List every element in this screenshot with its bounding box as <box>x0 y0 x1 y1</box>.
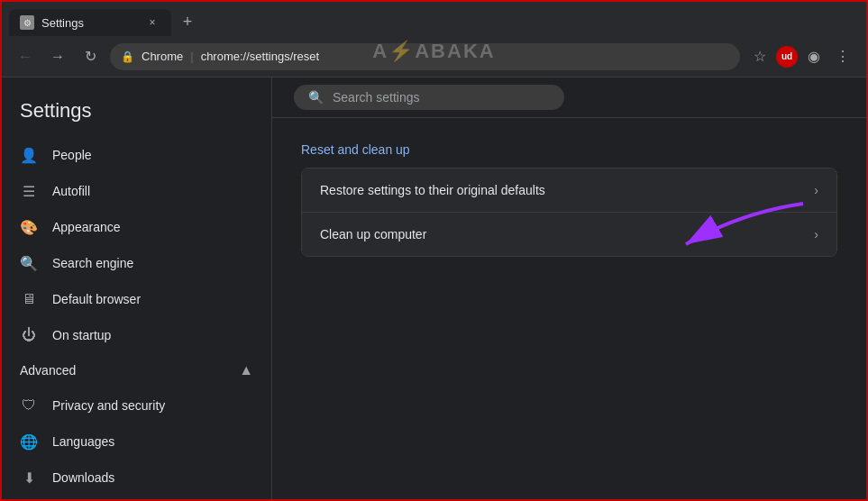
forward-button[interactable]: → <box>45 44 70 69</box>
bookmark-button[interactable]: ☆ <box>747 44 772 69</box>
sidebar-item-appearance[interactable]: 🎨 Appearance <box>2 209 264 245</box>
on-startup-label: On startup <box>52 328 111 342</box>
default-browser-label: Default browser <box>52 292 141 306</box>
sidebar-item-search-engine[interactable]: 🔍 Search engine <box>2 245 264 281</box>
downloads-icon: ⬇ <box>20 469 38 487</box>
settings-tab[interactable]: ⚙ Settings × <box>9 9 171 36</box>
address-separator: | <box>190 50 193 63</box>
downloads-label: Downloads <box>52 470 114 485</box>
address-bar[interactable]: 🔒 Chrome | chrome://settings/reset <box>110 43 740 70</box>
sidebar-item-people[interactable]: 👤 People <box>2 137 264 173</box>
search-input[interactable] <box>333 90 549 105</box>
restore-chevron-icon: › <box>814 183 818 197</box>
cleanup-computer-label: Clean up computer <box>320 227 426 241</box>
sidebar-item-autofill[interactable]: ☰ Autofill <box>2 173 264 209</box>
languages-label: Languages <box>52 434 114 449</box>
sidebar: Settings 👤 People ☰ Autofill 🎨 Appearanc… <box>2 77 272 499</box>
tab-icon: ⚙ <box>20 15 34 30</box>
advanced-section-header[interactable]: Advanced ▲ <box>2 353 271 387</box>
sidebar-item-privacy[interactable]: 🛡 Privacy and security <box>2 387 264 424</box>
people-label: People <box>52 148 92 162</box>
back-button[interactable]: ← <box>13 44 38 69</box>
tab-bar: ⚙ Settings × + <box>2 2 866 36</box>
tab-close-button[interactable]: × <box>144 14 160 31</box>
cleanup-computer-row[interactable]: Clean up computer › <box>302 213 836 256</box>
settings-list: Restore settings to their original defau… <box>301 168 837 257</box>
autofill-label: Autofill <box>52 184 90 198</box>
privacy-icon: 🛡 <box>20 396 38 414</box>
search-engine-icon: 🔍 <box>20 254 38 272</box>
search-icon: 🔍 <box>308 90 324 105</box>
toolbar-actions: ☆ ud ◉ ⋮ <box>747 44 855 69</box>
autofill-icon: ☰ <box>20 182 38 200</box>
profile-button[interactable]: ◉ <box>801 44 827 69</box>
default-browser-icon: 🖥 <box>20 290 38 308</box>
sidebar-item-downloads[interactable]: ⬇ Downloads <box>2 460 264 496</box>
address-chrome-label: Chrome <box>142 50 183 63</box>
advanced-label: Advanced <box>20 363 76 378</box>
new-tab-button[interactable]: + <box>175 9 200 34</box>
sidebar-item-languages[interactable]: 🌐 Languages <box>2 424 264 460</box>
search-engine-label: Search engine <box>52 256 133 270</box>
appearance-label: Appearance <box>52 220 121 234</box>
secure-icon: 🔒 <box>121 50 134 63</box>
cleanup-chevron-icon: › <box>814 227 818 241</box>
on-startup-icon: ⏻ <box>20 326 38 344</box>
toolbar: ← → ↻ 🔒 Chrome | chrome://settings/reset… <box>2 36 866 77</box>
section-title: Reset and clean up <box>301 124 837 168</box>
search-wrapper[interactable]: 🔍 <box>294 85 564 110</box>
privacy-label: Privacy and security <box>52 398 165 413</box>
menu-button[interactable]: ⋮ <box>830 44 855 69</box>
main-content: Reset and clean up Restore settings to t… <box>272 77 866 499</box>
refresh-button[interactable]: ↻ <box>78 44 103 69</box>
appearance-icon: 🎨 <box>20 218 38 236</box>
advanced-arrow: ▲ <box>239 362 253 378</box>
sidebar-item-on-startup[interactable]: ⏻ On startup <box>2 317 264 353</box>
extension-button[interactable]: ud <box>776 46 798 68</box>
tab-title: Settings <box>41 16 84 30</box>
browser-frame: ⚙ Settings × + ← → ↻ 🔒 Chrome | chrome:/… <box>0 0 868 501</box>
restore-defaults-row[interactable]: Restore settings to their original defau… <box>302 169 836 213</box>
search-bar: 🔍 <box>272 77 866 118</box>
sidebar-title: Settings <box>2 92 271 137</box>
address-url: chrome://settings/reset <box>201 50 320 63</box>
sidebar-item-default-browser[interactable]: 🖥 Default browser <box>2 281 264 317</box>
people-icon: 👤 <box>20 146 38 164</box>
languages-icon: 🌐 <box>20 433 38 451</box>
restore-defaults-label: Restore settings to their original defau… <box>320 183 545 197</box>
